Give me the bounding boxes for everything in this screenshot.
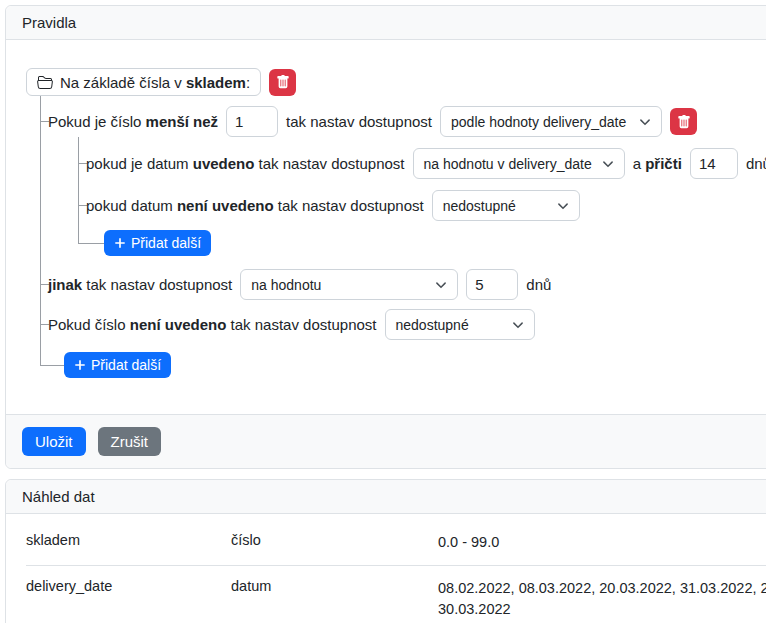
delete-root-rule-button[interactable] xyxy=(269,69,296,96)
save-button[interactable]: Uložit xyxy=(22,427,86,456)
tree-connector xyxy=(78,137,79,243)
select-value: nedostupné xyxy=(396,317,469,333)
root-rule-button[interactable]: Na základě čísla v skladem: xyxy=(26,68,261,96)
preview-table: skladem číslo 0.0 - 99.0 delivery_date d… xyxy=(6,514,766,623)
rule-text: pokud je datum uvedeno tak nastav dostup… xyxy=(86,155,405,172)
rules-card: Pravidla Na základě čísla v skladem: xyxy=(5,5,766,469)
rule-row-date-given: pokud je datum uvedeno tak nastav dostup… xyxy=(86,148,766,179)
unit-label: dnů xyxy=(746,155,766,172)
rule-text: a přičti xyxy=(633,155,682,172)
chevron-down-icon xyxy=(512,319,524,331)
select-value: na hodnotu xyxy=(251,277,321,293)
add-nested-rule-button[interactable]: Přidat další xyxy=(104,230,211,256)
rule-row-else: jinak tak nastav dostupnost na hodnotu d… xyxy=(48,269,766,300)
select-value: na hodnotu v delivery_date xyxy=(424,156,592,172)
date-value-select[interactable]: na hodnotu v delivery_date xyxy=(413,148,625,179)
field-name: skladem xyxy=(26,532,231,548)
select-value: nedostupné xyxy=(443,198,516,214)
chevron-down-icon xyxy=(557,200,569,212)
unit-label: dnů xyxy=(526,276,551,293)
rule-text: Pokud je číslo menší než xyxy=(48,113,218,130)
delete-rule-button[interactable] xyxy=(670,108,697,135)
rule-row-if-number: Pokud je číslo menší než tak nastav dost… xyxy=(48,106,766,137)
rule-text: tak nastav dostupnost xyxy=(286,113,432,130)
rule-text: Pokud číslo není uvedeno tak nastav dost… xyxy=(48,316,377,333)
tree-connector xyxy=(78,243,105,244)
add-days-input[interactable] xyxy=(690,148,738,179)
field-values: 0.0 - 99.0 xyxy=(438,532,766,553)
field-name: delivery_date xyxy=(26,578,231,594)
rule-row-number-missing: Pokud číslo není uvedeno tak nastav dost… xyxy=(48,309,766,340)
rule-row-root: Na základě čísla v skladem: xyxy=(26,68,766,96)
data-preview-card: Náhled dat skladem číslo 0.0 - 99.0 deli… xyxy=(5,479,766,623)
preview-row-skladem: skladem číslo 0.0 - 99.0 xyxy=(26,520,766,565)
availability-select[interactable]: nedostupné xyxy=(432,190,580,221)
rule-row-add: Přidat další xyxy=(64,352,766,378)
field-values: 08.02.2022, 08.03.2022, 20.03.2022, 31.0… xyxy=(438,578,766,620)
select-value: podle hodnoty delivery_date xyxy=(451,114,626,130)
field-type: datum xyxy=(231,578,438,594)
rule-row-add-nested: Přidat další xyxy=(104,230,766,256)
chevron-down-icon xyxy=(639,116,651,128)
add-rule-button[interactable]: Přidat další xyxy=(64,352,171,378)
availability-action-select[interactable]: na hodnotu xyxy=(240,269,458,300)
chevron-down-icon xyxy=(602,158,614,170)
trash-icon xyxy=(677,115,691,129)
plus-icon xyxy=(114,237,126,249)
field-type: číslo xyxy=(231,532,438,548)
page: Pravidla Na základě čísla v skladem: xyxy=(0,0,766,623)
rules-card-title: Pravidla xyxy=(6,6,766,40)
cancel-button[interactable]: Zrušit xyxy=(98,427,162,456)
days-value-input[interactable] xyxy=(466,269,518,300)
rule-row-date-missing: pokud datum není uvedeno tak nastav dost… xyxy=(86,190,766,221)
preview-row-delivery-date: delivery_date datum 08.02.2022, 08.03.20… xyxy=(26,565,766,623)
chevron-down-icon xyxy=(435,279,447,291)
rule-tree: Na základě čísla v skladem: Pokud je čís… xyxy=(6,40,766,414)
rules-card-footer: Uložit Zrušit xyxy=(6,414,766,468)
availability-select[interactable]: nedostupné xyxy=(385,309,535,340)
plus-icon xyxy=(74,359,86,371)
number-threshold-input[interactable] xyxy=(226,106,278,137)
trash-icon xyxy=(276,75,290,89)
rule-text: pokud datum není uvedeno tak nastav dost… xyxy=(86,197,424,214)
rule-text: jinak tak nastav dostupnost xyxy=(48,276,232,293)
tree-connector xyxy=(40,365,65,366)
preview-card-title: Náhled dat xyxy=(6,480,766,514)
root-rule-label: Na základě čísla v skladem: xyxy=(60,74,250,91)
folder-open-icon xyxy=(37,74,53,90)
availability-action-select[interactable]: podle hodnoty delivery_date xyxy=(440,106,662,137)
